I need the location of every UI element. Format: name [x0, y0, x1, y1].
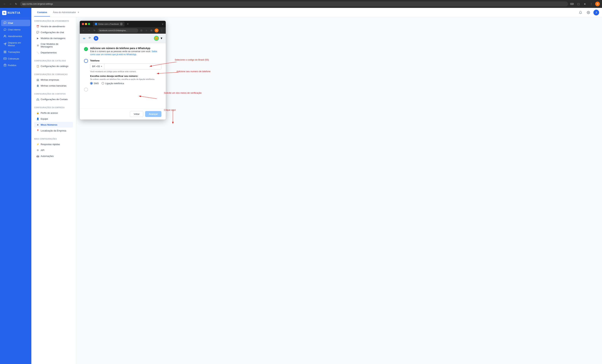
menu-item-criar-modelos[interactable]: ⊞ Criar Modelos de Mensagens	[34, 41, 73, 49]
browser-nav-buttons: ← → ↻	[2, 1, 19, 6]
logo-name: NUNTIA	[8, 11, 21, 14]
fb-toolbar: ⊡ ☆ ⊞	[139, 28, 153, 32]
menu-item-perfis[interactable]: 🔒 Perfis de acesso	[34, 110, 73, 116]
close-tab-button[interactable]: ×	[120, 22, 123, 25]
cast-button[interactable]: ⊡	[139, 28, 143, 32]
fb-refresh-button[interactable]: ↻	[92, 28, 97, 32]
sidebar-item-label-disparos: Disparos em Massa	[8, 41, 28, 47]
chat-icon	[4, 21, 6, 24]
new-window-button[interactable]: ▢	[576, 1, 581, 6]
meta-icon: ∞	[83, 36, 88, 41]
bookmark-button[interactable]: ★	[582, 1, 587, 6]
next-button-dialog[interactable]: Avançar	[145, 111, 161, 117]
sidebar-item-atendimentos[interactable]: Atendimentos	[1, 33, 30, 39]
step-3-circle	[84, 88, 88, 92]
sidebar-item-pedidos[interactable]: Pedidos	[1, 62, 30, 68]
menu-button[interactable]: ⋮	[589, 1, 594, 6]
extension-button[interactable]: ⊞	[149, 28, 153, 32]
phone-country-selector[interactable]: BR +55 ▼	[90, 64, 105, 69]
sidebar-item-disparos[interactable]: Disparos em Massa	[1, 40, 30, 49]
step-1-title: Adicione um número de telefone para o Wh…	[90, 47, 161, 50]
user-avatar-top[interactable]: J	[593, 10, 599, 15]
back-button[interactable]: ←	[2, 1, 7, 6]
meta-logo: ∞	[83, 36, 88, 41]
fb-dialog-window: f Entrar com o Facebook × + ∨ ← →	[80, 21, 166, 119]
fb-user-section: 😊 ▼	[154, 36, 163, 41]
menu-section-title-atendimento: CONFIGURAÇÕES DE ATENDIMENTO	[34, 20, 73, 22]
menu-item-horario[interactable]: ⏰ Horário de atendimento	[34, 23, 73, 29]
step-2-circle	[84, 59, 88, 63]
content-area: CONFIGURAÇÕES DE ATENDIMENTO ⏰ Horário d…	[31, 17, 602, 364]
fb-more-button[interactable]: ⋮	[160, 28, 164, 32]
verify-subtitle: Se estiver usando um telefone fixo, esco…	[90, 78, 161, 80]
new-tab-button[interactable]: +	[126, 22, 129, 26]
menu-item-config-chat[interactable]: 💬 Configurações de chat	[34, 29, 73, 35]
sidebar-logo: N NUNTIA	[0, 8, 31, 18]
menu-item-departamentos[interactable]: ⋱ Departamentos	[34, 50, 73, 55]
step-1-content: Adicione um número de telefone para o Wh…	[90, 47, 161, 56]
transacoes-icon	[4, 51, 6, 54]
fb-dialog-titlebar: f Entrar com o Facebook × + ∨	[80, 21, 166, 27]
sidebar-item-transacoes[interactable]: Transações	[1, 49, 30, 55]
verify-title: Escolha como deseja verificar seu número…	[90, 75, 161, 77]
top-nav-tabs: Contatos Área do Administrador ▼	[34, 8, 82, 16]
menu-item-contas[interactable]: 🏦 Minhas contas bancárias	[34, 83, 73, 88]
fb-url-bar[interactable]: facebook.com/v19.0/dialog/oa...	[98, 28, 138, 32]
menu-item-config-contatos[interactable]: 📇 Configurações de Contato	[34, 96, 73, 102]
notifications-button[interactable]	[578, 10, 583, 15]
gear-icon	[587, 11, 590, 14]
sidebar-item-label-pedidos: Pedidos	[8, 64, 16, 67]
back-button-dialog[interactable]: Voltar	[130, 111, 143, 117]
fb-forward-button[interactable]: →	[87, 28, 91, 32]
settings-button[interactable]	[586, 10, 591, 15]
url-bar[interactable]: app.nuntia.com.br/geral-settings	[20, 1, 568, 6]
call-radio-option[interactable]: Ligação telefônica	[102, 82, 124, 85]
extensions-button[interactable]: ⌨	[570, 1, 574, 6]
menu-item-meus-numeros[interactable]: ■ Meus Números	[34, 122, 73, 128]
window-controls	[82, 23, 90, 25]
menu-item-modelos[interactable]: ▶ Modelos de mensagens	[34, 35, 73, 41]
menu-item-localizacao[interactable]: 📍 Localização da Empresa	[34, 128, 73, 133]
menu-item-equipe[interactable]: 👤 Equipe	[34, 116, 73, 122]
sms-radio-option[interactable]: SMS	[90, 82, 99, 85]
sms-radio-button[interactable]	[90, 82, 93, 85]
top-nav-right: J	[578, 10, 599, 15]
menu-section-title-cobrancas: CONFIGURAÇÕES DE COBRANÇAS	[34, 74, 73, 75]
svg-text:∞: ∞	[83, 37, 85, 40]
maximize-window-button[interactable]	[88, 23, 90, 25]
phone-number-input[interactable]	[105, 64, 161, 69]
sidebar: N NUNTIA Chat Chat interno Atendimentos …	[0, 8, 31, 364]
fb-browser-tab[interactable]: f Entrar com o Facebook ×	[93, 21, 125, 27]
fb-logos: ∞ ⟳ N	[83, 36, 98, 41]
phone-label: Telefone	[90, 59, 161, 62]
annotation-verificacao: Solicite um dos meios de verificação	[164, 92, 202, 94]
call-radio-button[interactable]	[102, 82, 104, 85]
tab-contatos[interactable]: Contatos	[34, 8, 50, 16]
menu-item-respostas[interactable]: ⚡ Respostas rápidas	[34, 141, 73, 147]
pedidos-icon	[4, 64, 6, 67]
menu-item-empresas[interactable]: 🏢 Minhas empresas	[34, 77, 73, 83]
dropdown-arrow[interactable]: ▼	[160, 37, 163, 40]
sidebar-item-label-chat: Chat	[8, 22, 13, 24]
contact-icon: 📇	[36, 98, 39, 101]
fb-tab-title: Entrar com o Facebook	[98, 23, 119, 25]
annotation-brasil: Selecione o codigo do Brasil (55)	[175, 58, 209, 61]
tab-area-admin[interactable]: Área do Administrador ▼	[50, 8, 82, 16]
sidebar-item-chat-interno[interactable]: Chat interno	[1, 26, 30, 33]
step-2-row: Telefone BR +55 ▼ Você receberá um có	[84, 59, 161, 85]
fb-url-text: facebook.com/v19.0/dialog/oa...	[99, 29, 127, 32]
forward-button[interactable]: →	[8, 1, 13, 6]
menu-item-api[interactable]: ⚙ API	[34, 147, 73, 153]
step-3-row	[84, 87, 161, 92]
fb-back-button[interactable]: ←	[82, 28, 86, 32]
menu-item-automacoes[interactable]: 🤖 Automações	[34, 153, 73, 159]
menu-item-config-catalogo[interactable]: 📋 Configurações de catálogo	[34, 63, 73, 69]
collapse-button[interactable]: ∨	[162, 22, 164, 25]
sidebar-item-cobrancas[interactable]: Cobranças	[1, 55, 30, 62]
sidebar-item-chat[interactable]: Chat	[1, 20, 30, 26]
bookmark-fb-button[interactable]: ☆	[144, 28, 149, 32]
close-window-button[interactable]	[82, 23, 84, 25]
minimize-window-button[interactable]	[85, 23, 87, 25]
refresh-button[interactable]: ↻	[14, 1, 19, 6]
top-nav: Contatos Área do Administrador ▼ J	[31, 8, 602, 17]
